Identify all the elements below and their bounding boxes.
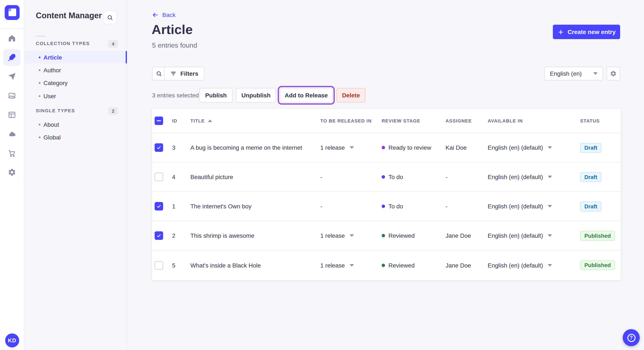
table-row[interactable]: 5 What's inside a Black Hole 1 release R… xyxy=(152,250,620,280)
locale-select[interactable]: English (en) xyxy=(544,67,603,80)
column-header-to-be-released-in: TO BE RELEASED IN xyxy=(320,118,382,123)
row-assignee: Kai Doe xyxy=(446,144,488,151)
back-link[interactable]: Back xyxy=(152,11,176,18)
bullet-icon xyxy=(39,69,40,71)
row-id: 5 xyxy=(172,262,190,269)
release-dropdown[interactable]: 1 release xyxy=(320,262,382,269)
row-checkbox[interactable] xyxy=(154,202,163,210)
unpublish-button[interactable]: Unpublish xyxy=(236,88,276,103)
locale-dropdown[interactable]: English (en) (default) xyxy=(488,144,580,151)
bullet-icon xyxy=(39,124,40,126)
collection-types-heading: COLLECTION TYPES xyxy=(36,41,90,46)
chevron-down-icon xyxy=(350,146,354,149)
user-avatar[interactable]: KD xyxy=(5,334,19,348)
row-checkbox[interactable] xyxy=(154,261,163,269)
sidebar-item-label: Author xyxy=(44,67,61,74)
release-dropdown[interactable]: 1 release xyxy=(320,232,382,239)
column-header-assignee: ASSIGNEE xyxy=(446,118,488,123)
selected-entries-count: 3 entries selected xyxy=(152,92,199,99)
sidebar-item-article[interactable]: Article xyxy=(25,51,127,63)
create-new-entry-button[interactable]: Create new entry xyxy=(553,25,620,39)
table-row[interactable]: 3 A bug is becoming a meme on the intern… xyxy=(152,133,620,163)
locale-dropdown[interactable]: English (en) (default) xyxy=(488,203,580,210)
search-button[interactable] xyxy=(152,67,166,80)
subnav-search-button[interactable] xyxy=(103,11,117,24)
marketplace-cart-icon[interactable] xyxy=(4,145,20,162)
strapi-logo[interactable] xyxy=(5,5,20,20)
media-library-icon[interactable] xyxy=(4,87,20,104)
stage-dot-icon xyxy=(382,175,385,178)
row-id: 1 xyxy=(172,203,190,210)
sidebar-item-author[interactable]: Author xyxy=(25,64,127,76)
column-header-status: STATUS xyxy=(580,118,620,123)
cloud-deploy-icon[interactable] xyxy=(4,126,20,143)
rail-divider xyxy=(0,28,24,29)
main-nav-rail: KD xyxy=(0,0,24,350)
row-assignee: - xyxy=(446,203,488,210)
stage-dot-icon xyxy=(382,234,385,237)
entries-table: ID TITLE TO BE RELEASED IN REVIEW STAGE … xyxy=(152,109,620,280)
content-type-builder-icon[interactable] xyxy=(4,106,20,123)
back-arrow-icon xyxy=(152,11,159,18)
filter-icon xyxy=(170,70,177,77)
locale-dropdown[interactable]: English (en) (default) xyxy=(488,174,580,180)
table-header-row: ID TITLE TO BE RELEASED IN REVIEW STAGE … xyxy=(152,109,620,133)
status-badge: Draft xyxy=(580,201,602,211)
delete-button[interactable]: Delete xyxy=(336,88,366,103)
subnav-title: Content Manager xyxy=(36,11,102,20)
home-icon[interactable] xyxy=(4,30,20,47)
table-row[interactable]: 2 This shrimp is awesome 1 release Revie… xyxy=(152,221,620,250)
sidebar-item-user[interactable]: User xyxy=(25,90,127,102)
column-header-available-in: AVAILABLE IN xyxy=(488,118,580,123)
row-id: 4 xyxy=(172,174,190,180)
view-settings-button[interactable] xyxy=(606,67,620,80)
chevron-down-icon xyxy=(350,264,354,266)
releases-send-icon[interactable] xyxy=(4,68,20,85)
question-mark-icon: ? xyxy=(627,334,635,342)
chevron-down-icon xyxy=(548,176,552,178)
row-id: 2 xyxy=(172,232,190,239)
stage-dot-icon xyxy=(382,146,385,149)
chevron-down-icon xyxy=(548,264,552,266)
release-cell: - xyxy=(320,203,382,210)
bullet-icon xyxy=(39,56,40,58)
content-manager-feather-icon[interactable] xyxy=(4,49,20,66)
row-title: The internet's Own boy xyxy=(190,203,320,210)
table-row[interactable]: 1 The internet's Own boy - To do - Engli… xyxy=(152,192,620,221)
review-stage-cell: To do xyxy=(382,203,446,210)
gear-icon xyxy=(610,70,617,77)
review-stage-cell: Reviewed xyxy=(382,232,446,239)
sidebar-item-about[interactable]: About xyxy=(25,118,127,131)
app-root: KD Content Manager COLLECTION TYPES 4 Ar… xyxy=(0,0,644,350)
review-stage-cell: Ready to review xyxy=(382,144,446,151)
single-types-count-badge: 2 xyxy=(108,107,118,115)
row-assignee: - xyxy=(446,174,488,180)
row-checkbox[interactable] xyxy=(154,173,163,181)
row-title: This shrimp is awesome xyxy=(190,232,320,239)
bullet-icon xyxy=(39,82,40,84)
add-to-release-button[interactable]: Add to Release xyxy=(280,88,333,103)
bullet-icon xyxy=(39,95,40,97)
sidebar-item-label: Category xyxy=(44,80,68,86)
sidebar-item-label: Article xyxy=(44,54,62,61)
locale-dropdown[interactable]: English (en) (default) xyxy=(488,232,580,239)
table-row[interactable]: 4 Beautiful picture - To do - English (e… xyxy=(152,163,620,192)
select-all-checkbox[interactable] xyxy=(154,117,163,125)
release-dropdown[interactable]: 1 release xyxy=(320,144,382,151)
settings-gear-icon[interactable] xyxy=(4,164,20,181)
row-checkbox[interactable] xyxy=(154,143,163,152)
sidebar-item-category[interactable]: Category xyxy=(25,77,127,89)
column-header-id: ID xyxy=(172,118,190,123)
locale-dropdown[interactable]: English (en) (default) xyxy=(488,262,580,269)
sidebar-item-global[interactable]: Global xyxy=(25,131,127,144)
publish-button[interactable]: Publish xyxy=(199,88,232,103)
row-title: Beautiful picture xyxy=(190,174,320,180)
search-icon xyxy=(156,70,162,77)
row-checkbox[interactable] xyxy=(154,231,163,240)
column-header-title[interactable]: TITLE xyxy=(190,118,320,123)
sidebar-item-label: Global xyxy=(44,134,61,141)
sort-ascending-icon xyxy=(208,120,212,122)
help-button[interactable]: ? xyxy=(623,329,640,346)
filters-button[interactable]: Filters xyxy=(164,67,204,80)
content-manager-subnav: Content Manager COLLECTION TYPES 4 Artic… xyxy=(25,0,127,350)
